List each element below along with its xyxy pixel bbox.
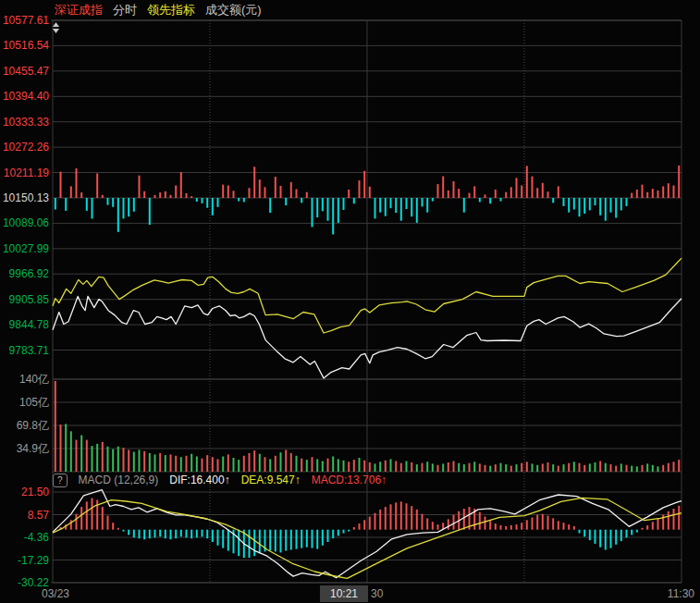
macd-params-label: MACD (12,26,9) (79, 473, 159, 487)
chart-header: 深证成指 分时 领先指标 成交额(元) (55, 3, 262, 18)
svg-text:9783.71: 9783.71 (9, 344, 50, 357)
svg-text:34.9亿: 34.9亿 (17, 442, 49, 455)
dea-value: DEA:9.547↑ (241, 473, 301, 487)
svg-text:69.8亿: 69.8亿 (17, 419, 49, 432)
help-icon[interactable]: ? (53, 474, 68, 487)
svg-text:9905.85: 9905.85 (9, 293, 50, 306)
tab-minute[interactable]: 分时 (113, 3, 137, 18)
svg-text:21.50: 21.50 (21, 486, 49, 498)
svg-text:10516.54: 10516.54 (3, 39, 49, 52)
index-name-label: 深证成指 (55, 3, 103, 18)
svg-text:9966.92: 9966.92 (9, 267, 50, 280)
svg-text:10089.06: 10089.06 (3, 216, 49, 229)
svg-text:03/23: 03/23 (42, 587, 69, 600)
svg-text:30: 30 (371, 587, 384, 600)
chart-canvas[interactable]: 10577.6110516.5410455.4710394.4010333.33… (0, 0, 700, 603)
svg-text:10027.99: 10027.99 (3, 242, 49, 255)
macd-header: ? MACD (12,26,9) DIF:16.400↑ DEA:9.547↑ … (53, 473, 387, 487)
macd-value: MACD:13.706↑ (312, 473, 387, 487)
svg-text:10333.33: 10333.33 (3, 116, 49, 129)
svg-text:10455.47: 10455.47 (3, 65, 49, 78)
svg-text:10150.13: 10150.13 (3, 191, 49, 204)
svg-text:-4.36: -4.36 (24, 531, 50, 544)
svg-text:10272.26: 10272.26 (3, 141, 49, 154)
svg-text:10211.19: 10211.19 (4, 166, 49, 179)
stock-minute-chart-app: { "window": {"width": 757, "height": 652… (0, 0, 700, 603)
svg-text:-17.29: -17.29 (18, 554, 49, 567)
turnover-label: 成交额(元) (205, 3, 262, 18)
dif-value: DIF:16.400↑ (169, 473, 229, 487)
svg-text:8.57: 8.57 (28, 509, 50, 522)
svg-text:105亿: 105亿 (19, 396, 49, 409)
x-axis-labels: 03/2310:213011:30 (42, 585, 694, 602)
svg-text:140亿: 140亿 (19, 373, 49, 386)
tab-leading-indicator[interactable]: 领先指标 (147, 3, 195, 18)
svg-text:9844.78: 9844.78 (9, 318, 50, 331)
svg-text:10394.40: 10394.40 (3, 90, 49, 103)
svg-text:10577.61: 10577.61 (3, 14, 49, 27)
crosshair-time-box: 10:21 (320, 585, 368, 602)
scroll-arrows-icon[interactable] (53, 22, 59, 33)
svg-text:11:30: 11:30 (668, 587, 694, 600)
svg-text:10:21: 10:21 (330, 587, 358, 600)
